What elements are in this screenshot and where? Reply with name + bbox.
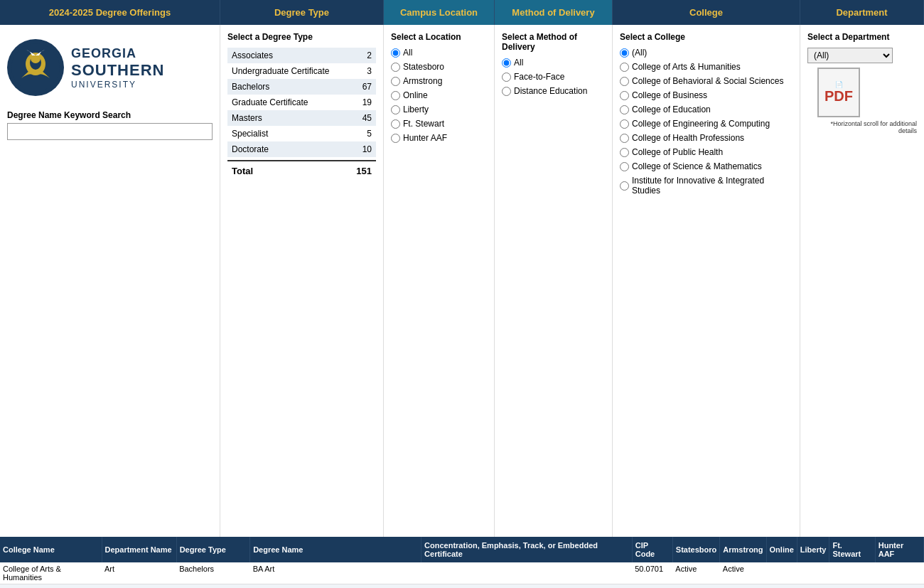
- degree-type-title: Select a Degree Type: [227, 32, 376, 42]
- degree-type-row[interactable]: Undergraduate Certificate3: [227, 63, 376, 79]
- delivery-title: Select a Method of Delivery: [502, 32, 605, 52]
- nav-degree-type[interactable]: Degree Type: [220, 0, 384, 25]
- campus-location-option[interactable]: Armstrong: [391, 76, 487, 86]
- pdf-area: 📄 PDF *Horizontal scroll for additional …: [817, 68, 917, 134]
- college-option[interactable]: College of Public Health: [620, 147, 793, 157]
- table-cell: [797, 562, 829, 584]
- campus-location-option[interactable]: All: [391, 48, 487, 58]
- pdf-icon[interactable]: 📄 PDF: [817, 68, 860, 117]
- department-select[interactable]: (All): [807, 48, 893, 63]
- nav-title: 2024-2025 Degree Offerings: [0, 0, 220, 25]
- degree-type-row[interactable]: Associates2: [227, 48, 376, 63]
- table-header-cell: Online: [766, 537, 797, 562]
- table-header-cell: Armstrong: [720, 537, 766, 562]
- table-cell: [875, 584, 923, 589]
- table-header-cell: CIP Code: [632, 537, 672, 562]
- table-cell: [176, 584, 250, 589]
- degree-total-row: Total 151: [227, 160, 376, 181]
- logo-text: GEORGIA SOUTHERN UNIVERSITY: [71, 46, 164, 90]
- campus-location-options: All Statesboro Armstrong Online Liberty …: [391, 48, 487, 143]
- table-cell: 50.0701: [632, 562, 672, 584]
- table-header-cell: Degree Name: [250, 537, 421, 562]
- college-option[interactable]: College of Business: [620, 90, 793, 100]
- table-cell: Active: [720, 584, 766, 589]
- campus-location-option[interactable]: Hunter AAF: [391, 133, 487, 143]
- nav-college[interactable]: College: [613, 0, 800, 25]
- table-cell: [875, 562, 923, 584]
- table-header-cell: Ft. Stewart: [829, 537, 875, 562]
- campus-location-option[interactable]: Ft. Stewart: [391, 119, 487, 129]
- table-header-cell: Department Name: [102, 537, 176, 562]
- table-row: Concentration: Art HistoryActiveActive: [0, 584, 924, 589]
- degree-type-row[interactable]: Graduate Certificate19: [227, 95, 376, 110]
- filter-area: GEORGIA SOUTHERN UNIVERSITY Degree Name …: [0, 25, 924, 537]
- college-option[interactable]: College of Engineering & Computing: [620, 119, 793, 129]
- table-cell: [632, 584, 672, 589]
- delivery-options: All Face-to-Face Distance Education: [502, 58, 605, 96]
- table-cell: [829, 562, 875, 584]
- table-cell: BA Art: [250, 562, 421, 584]
- table-cell: [829, 584, 875, 589]
- keyword-label: Degree Name Keyword Search: [7, 110, 213, 120]
- college-panel: Select a College (All) College of Arts &…: [613, 25, 800, 537]
- college-title: Select a College: [620, 32, 793, 42]
- nav-campus-location[interactable]: Campus Location: [384, 0, 495, 25]
- college-option[interactable]: College of Science & Mathematics: [620, 161, 793, 171]
- table-cell: Art: [102, 562, 176, 584]
- logo-circle: [7, 39, 64, 96]
- table-cell: [766, 584, 797, 589]
- degree-type-row[interactable]: Masters45: [227, 110, 376, 126]
- college-option[interactable]: Institute for Innovative & Integrated St…: [620, 176, 793, 196]
- delivery-option[interactable]: All: [502, 58, 605, 68]
- college-option[interactable]: College of Education: [620, 105, 793, 114]
- table-row: College of Arts & HumanitiesArtBachelors…: [0, 562, 924, 584]
- campus-location-option[interactable]: Liberty: [391, 105, 487, 114]
- delivery-option[interactable]: Face-to-Face: [502, 72, 605, 82]
- college-option[interactable]: College of Arts & Humanities: [620, 62, 793, 72]
- data-table: College NameDepartment NameDegree TypeDe…: [0, 537, 924, 588]
- college-option[interactable]: College of Health Professions: [620, 133, 793, 143]
- total-label: Total: [232, 166, 253, 176]
- delivery-option[interactable]: Distance Education: [502, 86, 605, 96]
- table-cell: [0, 584, 102, 589]
- logo-area: GEORGIA SOUTHERN UNIVERSITY: [7, 32, 213, 110]
- table-cell: College of Arts & Humanities: [0, 562, 102, 584]
- table-header-cell: College Name: [0, 537, 102, 562]
- nav-department[interactable]: Department: [800, 0, 924, 25]
- table-cell: [102, 584, 176, 589]
- table-header-cell: Statesboro: [672, 537, 719, 562]
- left-panel: GEORGIA SOUTHERN UNIVERSITY Degree Name …: [0, 25, 220, 537]
- table-header-cell: Concentration, Emphasis, Track, or Embed…: [421, 537, 633, 562]
- table-header-cell: Hunter AAF: [875, 537, 923, 562]
- top-nav: 2024-2025 Degree Offerings Degree Type C…: [0, 0, 924, 25]
- degree-type-panel: Select a Degree Type Associates2Undergra…: [220, 25, 384, 537]
- table-cell: [797, 584, 829, 589]
- keyword-input[interactable]: [7, 123, 213, 140]
- table-cell: [766, 562, 797, 584]
- total-count: 151: [356, 166, 372, 176]
- college-option[interactable]: (All): [620, 48, 793, 58]
- campus-location-panel: Select a Location All Statesboro Armstro…: [384, 25, 495, 537]
- pdf-logo-top: 📄: [835, 81, 843, 88]
- table-header-cell: Degree Type: [176, 537, 250, 562]
- campus-location-option[interactable]: Statesboro: [391, 62, 487, 72]
- college-options: (All) College of Arts & Humanities Colle…: [620, 48, 793, 196]
- table-cell: [250, 584, 421, 589]
- degree-type-list: Associates2Undergraduate Certificate3Bac…: [227, 48, 376, 157]
- table-cell: Active: [672, 562, 719, 584]
- degree-type-row[interactable]: Bachelors67: [227, 79, 376, 95]
- campus-location-title: Select a Location: [391, 32, 487, 42]
- table-cell: [421, 562, 633, 584]
- scroll-note: *Horizontal scroll for additional detail…: [817, 120, 917, 134]
- table-cell: Bachelors: [176, 562, 250, 584]
- degree-type-row[interactable]: Specialist5: [227, 126, 376, 141]
- college-option[interactable]: College of Behavioral & Social Sciences: [620, 76, 793, 86]
- campus-location-option[interactable]: Online: [391, 90, 487, 100]
- nav-method-delivery[interactable]: Method of Delivery: [495, 0, 613, 25]
- table-cell: Concentration: Art History: [421, 584, 633, 589]
- table-cell: Active: [672, 584, 719, 589]
- degree-type-row[interactable]: Doctorate10: [227, 141, 376, 157]
- data-table-container: College NameDepartment NameDegree TypeDe…: [0, 537, 924, 588]
- table-header-cell: Liberty: [797, 537, 829, 562]
- delivery-panel: Select a Method of Delivery All Face-to-…: [495, 25, 613, 537]
